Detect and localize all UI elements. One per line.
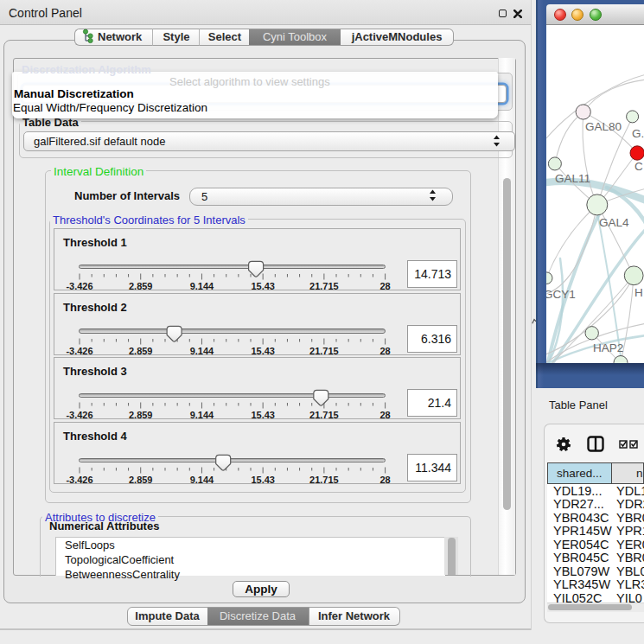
svg-text:GAL11: GAL11: [555, 172, 590, 185]
svg-text:GAL4: GAL4: [599, 216, 629, 229]
svg-text:H: H: [634, 286, 643, 299]
svg-text:GCY1: GCY1: [544, 288, 576, 301]
svg-text:G.: G.: [632, 127, 644, 140]
svg-text:HAP2: HAP2: [593, 341, 623, 354]
svg-text:C: C: [634, 160, 643, 173]
svg-text:GAL80: GAL80: [585, 120, 622, 133]
